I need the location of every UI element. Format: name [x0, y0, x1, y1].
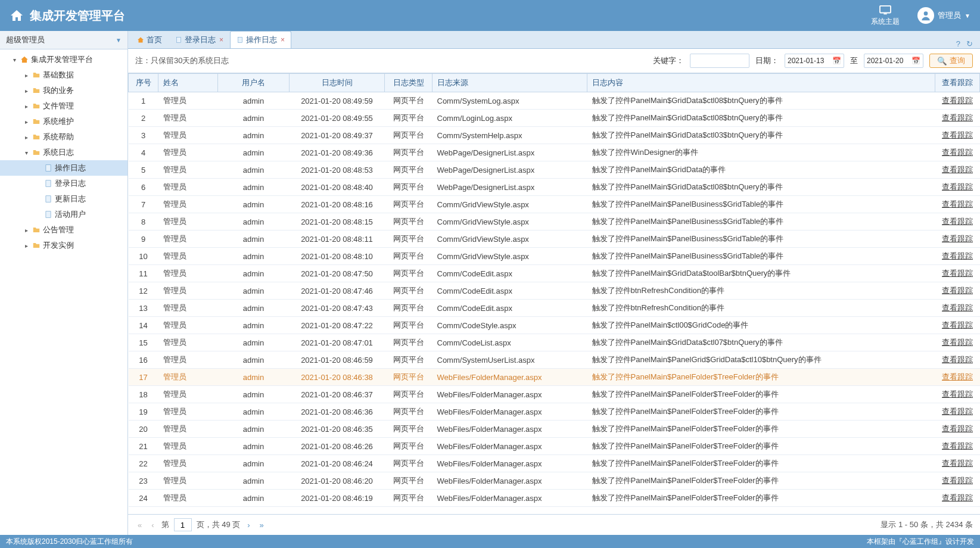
- tree-folder[interactable]: ▸系统维护: [0, 114, 127, 129]
- table-row[interactable]: 23 管理员 admin 2021-01-20 08:46:20 网页平台 We…: [129, 472, 980, 490]
- column-header[interactable]: 日志内容: [587, 74, 935, 92]
- role-selector[interactable]: 超级管理员 ▼: [0, 31, 127, 49]
- table-row[interactable]: 12 管理员 admin 2021-01-20 08:47:46 网页平台 Co…: [129, 282, 980, 300]
- view-trace-link[interactable]: 查看跟踪: [942, 200, 973, 208]
- expand-toggle-icon[interactable]: ▸: [23, 88, 30, 94]
- close-icon[interactable]: ×: [219, 36, 223, 44]
- refresh-icon[interactable]: ↻: [966, 39, 973, 48]
- app-title: 集成开发管理平台: [30, 8, 125, 24]
- table-row[interactable]: 14 管理员 admin 2021-01-20 08:47:22 网页平台 Co…: [129, 317, 980, 334]
- view-trace-link[interactable]: 查看跟踪: [942, 251, 973, 260]
- tree-folder[interactable]: ▸我的业务: [0, 83, 127, 98]
- tab[interactable]: 首页: [130, 31, 169, 48]
- tree-folder[interactable]: ▸公告管理: [0, 222, 127, 238]
- expand-toggle-icon[interactable]: ▸: [23, 103, 30, 110]
- tree-folder[interactable]: ▸系统帮助: [0, 129, 127, 145]
- table-row[interactable]: 20 管理员 admin 2021-01-20 08:46:35 网页平台 We…: [129, 421, 980, 438]
- next-page-button[interactable]: ›: [245, 521, 252, 530]
- table-row[interactable]: 4 管理员 admin 2021-01-20 08:49:36 网页平台 Web…: [129, 144, 980, 161]
- view-trace-link[interactable]: 查看跟踪: [942, 424, 973, 433]
- view-trace-link[interactable]: 查看跟踪: [942, 407, 973, 416]
- column-header[interactable]: 查看跟踪: [935, 74, 980, 92]
- expand-toggle-icon[interactable]: ▸: [23, 134, 30, 141]
- prev-page-button[interactable]: ‹: [149, 521, 156, 530]
- table-row[interactable]: 9 管理员 admin 2021-01-20 08:48:11 网页平台 Com…: [129, 231, 980, 248]
- table-row[interactable]: 15 管理员 admin 2021-01-20 08:47:01 网页平台 Co…: [129, 334, 980, 351]
- tree-folder[interactable]: ▸文件管理: [0, 98, 127, 114]
- table-row[interactable]: 8 管理员 admin 2021-01-20 08:48:15 网页平台 Com…: [129, 213, 980, 231]
- table-row[interactable]: 3 管理员 admin 2021-01-20 08:49:37 网页平台 Com…: [129, 127, 980, 144]
- view-trace-link[interactable]: 查看跟踪: [942, 355, 973, 364]
- table-row[interactable]: 16 管理员 admin 2021-01-20 08:46:59 网页平台 Co…: [129, 351, 980, 369]
- log-table[interactable]: 序号姓名用户名日志时间日志类型日志来源日志内容查看跟踪 1 管理员 admin …: [128, 73, 980, 514]
- view-trace-link[interactable]: 查看跟踪: [942, 165, 973, 174]
- tree-leaf[interactable]: 操作日志: [0, 160, 127, 176]
- tree-leaf[interactable]: 登录日志: [0, 176, 127, 191]
- table-row[interactable]: 21 管理员 admin 2021-01-20 08:46:26 网页平台 We…: [129, 438, 980, 455]
- view-trace-link[interactable]: 查看跟踪: [942, 130, 973, 139]
- first-page-button[interactable]: «: [135, 521, 144, 530]
- view-trace-link[interactable]: 查看跟踪: [942, 303, 973, 312]
- expand-toggle-icon[interactable]: ▸: [23, 72, 30, 79]
- table-row[interactable]: 11 管理员 admin 2021-01-20 08:47:50 网页平台 Co…: [129, 265, 980, 282]
- column-header[interactable]: 日志来源: [433, 74, 587, 92]
- table-row[interactable]: 6 管理员 admin 2021-01-20 08:48:40 网页平台 Web…: [129, 179, 980, 196]
- view-trace-link[interactable]: 查看跟踪: [942, 320, 973, 329]
- table-row[interactable]: 2 管理员 admin 2021-01-20 08:49:55 网页平台 Com…: [129, 110, 980, 127]
- user-menu[interactable]: 管理员 ▼: [917, 7, 970, 24]
- view-trace-link[interactable]: 查看跟踪: [942, 390, 973, 398]
- date-from-input[interactable]: 2021-01-13 📅: [785, 54, 844, 68]
- table-row[interactable]: 5 管理员 admin 2021-01-20 08:48:53 网页平台 Web…: [129, 161, 980, 179]
- close-icon[interactable]: ×: [281, 36, 285, 44]
- tab[interactable]: 操作日志×: [230, 31, 291, 48]
- tree-leaf[interactable]: 活动用户: [0, 207, 127, 222]
- view-trace-link[interactable]: 查看跟踪: [942, 113, 973, 122]
- expand-toggle-icon[interactable]: ▾: [23, 150, 30, 156]
- table-row[interactable]: 19 管理员 admin 2021-01-20 08:46:36 网页平台 We…: [129, 403, 980, 421]
- table-row[interactable]: 22 管理员 admin 2021-01-20 08:46:24 网页平台 We…: [129, 455, 980, 472]
- keyword-input[interactable]: [690, 54, 749, 68]
- expand-toggle-icon[interactable]: ▸: [23, 242, 30, 249]
- column-header[interactable]: 用户名: [218, 74, 290, 92]
- table-row[interactable]: 10 管理员 admin 2021-01-20 08:48:10 网页平台 Co…: [129, 248, 980, 265]
- table-row[interactable]: 18 管理员 admin 2021-01-20 08:46:37 网页平台 We…: [129, 386, 980, 403]
- tree-folder[interactable]: ▸基础数据: [0, 67, 127, 83]
- table-row[interactable]: 1 管理员 admin 2021-01-20 08:49:59 网页平台 Com…: [129, 92, 980, 110]
- query-button[interactable]: 🔍 查询: [929, 54, 973, 68]
- cell-user: admin: [218, 386, 290, 403]
- tree-leaf[interactable]: 更新日志: [0, 191, 127, 207]
- view-trace-link[interactable]: 查看跟踪: [942, 441, 973, 450]
- expand-toggle-icon[interactable]: ▸: [23, 119, 30, 125]
- table-row[interactable]: 17 管理员 admin 2021-01-20 08:46:38 网页平台 We…: [129, 369, 980, 386]
- tree-folder[interactable]: ▸开发实例: [0, 238, 127, 253]
- tree-root[interactable]: ▾ 集成开发管理平台: [0, 52, 127, 67]
- column-header[interactable]: 日志时间: [290, 74, 385, 92]
- view-trace-link[interactable]: 查看跟踪: [942, 459, 973, 468]
- view-trace-link[interactable]: 查看跟踪: [942, 493, 973, 502]
- view-trace-link[interactable]: 查看跟踪: [942, 234, 973, 243]
- column-header[interactable]: 序号: [129, 74, 158, 92]
- view-trace-link[interactable]: 查看跟踪: [942, 217, 973, 226]
- view-trace-link[interactable]: 查看跟踪: [942, 96, 973, 105]
- view-trace-link[interactable]: 查看跟踪: [942, 148, 973, 157]
- view-trace-link[interactable]: 查看跟踪: [942, 269, 973, 278]
- tab[interactable]: 登录日志×: [169, 31, 230, 48]
- view-trace-link[interactable]: 查看跟踪: [942, 286, 973, 295]
- table-row[interactable]: 24 管理员 admin 2021-01-20 08:46:19 网页平台 We…: [129, 490, 980, 507]
- page-input[interactable]: [174, 518, 192, 531]
- date-to-input[interactable]: 2021-01-20 📅: [864, 54, 923, 68]
- collapse-toggle-icon[interactable]: ▾: [11, 57, 18, 63]
- view-trace-link[interactable]: 查看跟踪: [942, 372, 973, 381]
- theme-button[interactable]: 系统主题: [871, 5, 900, 27]
- expand-toggle-icon[interactable]: ▸: [23, 227, 30, 233]
- table-row[interactable]: 7 管理员 admin 2021-01-20 08:48:16 网页平台 Com…: [129, 196, 980, 213]
- tree-folder[interactable]: ▾系统日志: [0, 145, 127, 160]
- help-icon[interactable]: ?: [956, 39, 960, 48]
- column-header[interactable]: 日志类型: [385, 74, 433, 92]
- column-header[interactable]: 姓名: [158, 74, 218, 92]
- view-trace-link[interactable]: 查看跟踪: [942, 182, 973, 191]
- view-trace-link[interactable]: 查看跟踪: [942, 476, 973, 485]
- last-page-button[interactable]: »: [257, 521, 266, 530]
- table-row[interactable]: 13 管理员 admin 2021-01-20 08:47:43 网页平台 Co…: [129, 300, 980, 317]
- view-trace-link[interactable]: 查看跟踪: [942, 338, 973, 347]
